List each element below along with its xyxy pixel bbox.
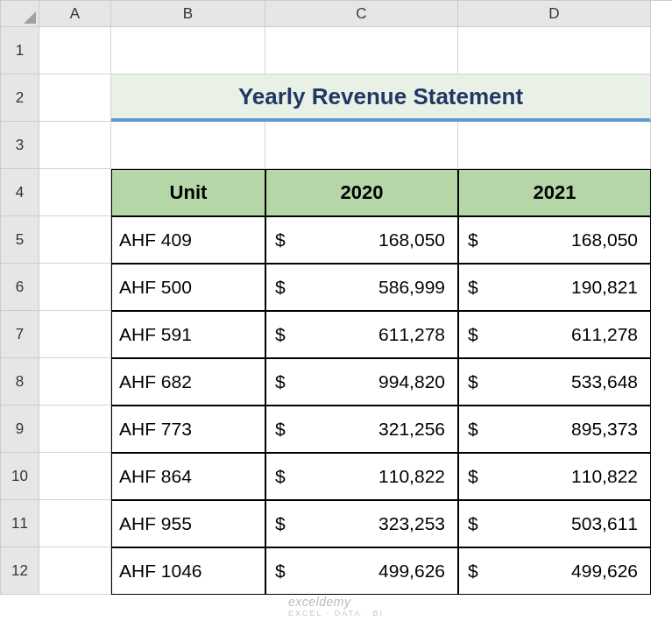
table-header-2020[interactable]: 2020 bbox=[265, 169, 458, 216]
cell-value: 499,626 bbox=[286, 561, 445, 582]
table-header-unit[interactable]: Unit bbox=[111, 169, 265, 216]
cell-unit[interactable]: AHF 409 bbox=[111, 216, 265, 264]
currency-symbol: $ bbox=[275, 324, 286, 345]
currency-symbol: $ bbox=[468, 229, 478, 250]
row-header-5[interactable]: 5 bbox=[1, 216, 39, 264]
row-header-11[interactable]: 11 bbox=[1, 500, 39, 547]
currency-symbol: $ bbox=[275, 229, 286, 250]
currency-symbol: $ bbox=[468, 324, 478, 345]
watermark: exceldemy EXCEL · DATA · BI bbox=[288, 595, 384, 617]
row-header-3[interactable]: 3 bbox=[1, 122, 39, 169]
cell-unit[interactable]: AHF 500 bbox=[111, 264, 265, 311]
select-all-corner[interactable] bbox=[1, 1, 39, 27]
col-header-D[interactable]: D bbox=[458, 1, 651, 27]
cell-2021[interactable]: $110,822 bbox=[458, 453, 651, 500]
cell-value: 168,050 bbox=[286, 229, 445, 250]
currency-symbol: $ bbox=[275, 466, 286, 487]
cell-2021[interactable]: $168,050 bbox=[458, 216, 651, 264]
cell-A2[interactable] bbox=[39, 74, 111, 122]
cell-2021[interactable]: $499,626 bbox=[458, 547, 651, 595]
page-title: Yearly Revenue Statement bbox=[238, 83, 523, 110]
cell-A10[interactable] bbox=[39, 453, 111, 500]
col-header-A[interactable]: A bbox=[39, 1, 111, 27]
cell-D1[interactable] bbox=[458, 27, 651, 74]
cell-value: 895,373 bbox=[478, 419, 638, 440]
cell-2020[interactable]: $611,278 bbox=[265, 311, 458, 358]
cell-value: 611,278 bbox=[286, 324, 445, 345]
currency-symbol: $ bbox=[468, 277, 478, 298]
cell-unit[interactable]: AHF 591 bbox=[111, 311, 265, 358]
col-header-C[interactable]: C bbox=[265, 1, 458, 27]
table-header-2021[interactable]: 2021 bbox=[458, 169, 651, 216]
cell-B3[interactable] bbox=[111, 122, 265, 169]
cell-unit[interactable]: AHF 682 bbox=[111, 358, 265, 406]
cell-value: 110,822 bbox=[286, 466, 445, 487]
cell-2021[interactable]: $533,648 bbox=[458, 358, 651, 406]
cell-2020[interactable]: $994,820 bbox=[265, 358, 458, 406]
cell-unit[interactable]: AHF 1046 bbox=[111, 547, 265, 595]
currency-symbol: $ bbox=[468, 371, 478, 392]
cell-C3[interactable] bbox=[265, 122, 458, 169]
cell-value: 611,278 bbox=[478, 324, 638, 345]
currency-symbol: $ bbox=[468, 513, 478, 534]
cell-A11[interactable] bbox=[39, 500, 111, 547]
cell-unit[interactable]: AHF 773 bbox=[111, 406, 265, 453]
cell-2021[interactable]: $895,373 bbox=[458, 406, 651, 453]
currency-symbol: $ bbox=[275, 419, 286, 440]
row-header-7[interactable]: 7 bbox=[1, 311, 39, 358]
cell-2020[interactable]: $110,822 bbox=[265, 453, 458, 500]
currency-symbol: $ bbox=[468, 561, 478, 582]
cell-value: 323,253 bbox=[286, 513, 445, 534]
cell-C1[interactable] bbox=[265, 27, 458, 74]
currency-symbol: $ bbox=[275, 561, 286, 582]
col-header-B[interactable]: B bbox=[111, 1, 265, 27]
row-header-6[interactable]: 6 bbox=[1, 264, 39, 311]
cell-B1[interactable] bbox=[111, 27, 265, 74]
cell-A4[interactable] bbox=[39, 169, 111, 216]
cell-A9[interactable] bbox=[39, 406, 111, 453]
row-header-1[interactable]: 1 bbox=[1, 27, 39, 74]
title-cell[interactable]: Yearly Revenue Statement bbox=[111, 74, 651, 122]
row-header-8[interactable]: 8 bbox=[1, 358, 39, 406]
cell-D3[interactable] bbox=[458, 122, 651, 169]
cell-2020[interactable]: $499,626 bbox=[265, 547, 458, 595]
row-header-12[interactable]: 12 bbox=[1, 547, 39, 595]
row-header-2[interactable]: 2 bbox=[1, 74, 39, 122]
cell-unit[interactable]: AHF 864 bbox=[111, 453, 265, 500]
cell-value: 321,256 bbox=[286, 419, 445, 440]
cell-value: 533,648 bbox=[478, 371, 638, 392]
cell-value: 168,050 bbox=[478, 229, 638, 250]
cell-unit[interactable]: AHF 955 bbox=[111, 500, 265, 547]
spreadsheet-grid: A B C D 1 2 Yearly Revenue Statement 3 4… bbox=[0, 0, 672, 595]
currency-symbol: $ bbox=[275, 371, 286, 392]
currency-symbol: $ bbox=[275, 513, 286, 534]
cell-2020[interactable]: $323,253 bbox=[265, 500, 458, 547]
cell-A5[interactable] bbox=[39, 216, 111, 264]
cell-value: 994,820 bbox=[286, 371, 445, 392]
cell-2021[interactable]: $611,278 bbox=[458, 311, 651, 358]
cell-A8[interactable] bbox=[39, 358, 111, 406]
cell-A7[interactable] bbox=[39, 311, 111, 358]
currency-symbol: $ bbox=[468, 466, 478, 487]
currency-symbol: $ bbox=[468, 419, 478, 440]
row-header-10[interactable]: 10 bbox=[1, 453, 39, 500]
cell-A3[interactable] bbox=[39, 122, 111, 169]
cell-value: 499,626 bbox=[478, 561, 638, 582]
cell-2020[interactable]: $321,256 bbox=[265, 406, 458, 453]
cell-A12[interactable] bbox=[39, 547, 111, 595]
row-header-9[interactable]: 9 bbox=[1, 406, 39, 453]
cell-value: 190,821 bbox=[478, 277, 638, 298]
cell-2021[interactable]: $190,821 bbox=[458, 264, 651, 311]
currency-symbol: $ bbox=[275, 277, 286, 298]
cell-value: 586,999 bbox=[286, 277, 445, 298]
cell-A6[interactable] bbox=[39, 264, 111, 311]
cell-value: 110,822 bbox=[478, 466, 638, 487]
cell-value: 503,611 bbox=[478, 513, 638, 534]
watermark-sub: EXCEL · DATA · BI bbox=[288, 609, 384, 617]
row-header-4[interactable]: 4 bbox=[1, 169, 39, 216]
cell-2020[interactable]: $586,999 bbox=[265, 264, 458, 311]
cell-A1[interactable] bbox=[39, 27, 111, 74]
cell-2020[interactable]: $168,050 bbox=[265, 216, 458, 264]
cell-2021[interactable]: $503,611 bbox=[458, 500, 651, 547]
watermark-main: exceldemy bbox=[288, 595, 350, 609]
